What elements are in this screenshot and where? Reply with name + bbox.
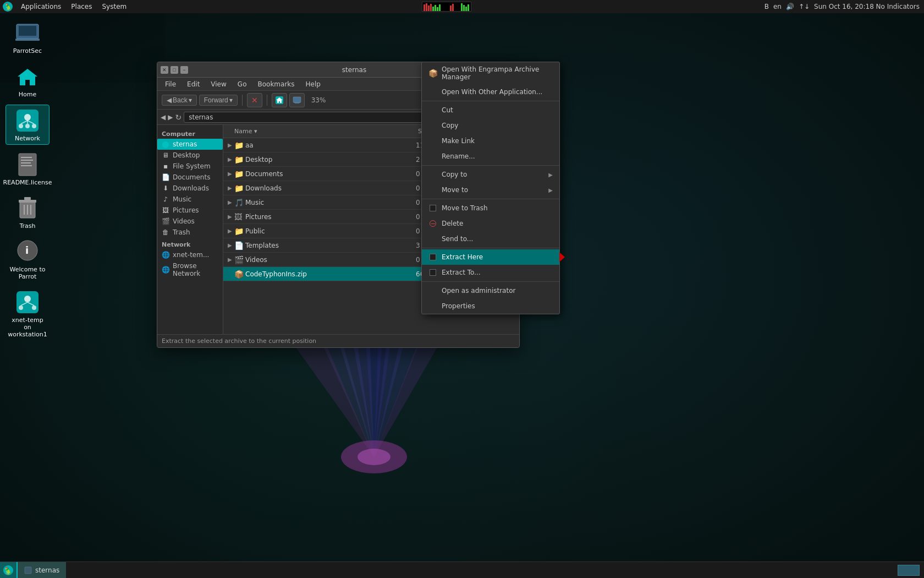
desktop-icon-welcome[interactable]: i Welcome to Parrot (6, 236, 50, 282)
sidebar-item-xnet[interactable]: 🌐 xnet-tem... (157, 249, 223, 260)
system-menu[interactable]: System (97, 0, 131, 13)
row-expand-icon: ▶ (228, 214, 234, 220)
desktop-icon-parrotsec[interactable]: ParrotSec (6, 18, 50, 57)
name-column-header[interactable]: Name ▾ (232, 128, 418, 135)
ctx-extract-to[interactable]: Extract To... (422, 265, 559, 280)
desktop-icon-xnet[interactable]: xnet-temp on workstation1 (6, 287, 50, 340)
fm-menu-go[interactable]: Go (232, 78, 252, 91)
file-name: Documents (245, 170, 416, 178)
svg-rect-39 (450, 6, 452, 11)
sidebar-item-documents[interactable]: 📄 Documents (157, 172, 223, 183)
top-panel: 🦜 Applications Places System (0, 0, 924, 13)
ctx-open-other[interactable]: Open With Other Application... (422, 84, 559, 100)
ctx-rename[interactable]: Rename... (422, 149, 559, 164)
cut-icon (428, 106, 437, 114)
svg-point-52 (25, 124, 30, 128)
ctx-open-archive[interactable]: 📦 Open With Engrampa Archive Manager (422, 62, 559, 84)
sidebar-item-videos[interactable]: 🎬 Videos (157, 216, 223, 227)
fm-back-button[interactable]: ◀ Back ▾ (162, 95, 197, 106)
lang-indicator[interactable]: en (773, 3, 782, 10)
loc-refresh-button[interactable]: ↻ (175, 113, 182, 122)
fm-menu-bookmarks[interactable]: Bookmarks (252, 78, 300, 91)
ctx-copy-to[interactable]: Copy to ▶ (422, 167, 559, 182)
fm-home-button[interactable] (272, 93, 287, 107)
sidebar-item-browse-network[interactable]: 🌐 Browse Network (157, 260, 223, 279)
fm-stop-button[interactable]: ✕ (247, 93, 262, 107)
ctx-move-to[interactable]: Move to ▶ (422, 182, 559, 198)
taskbar-window-sternas[interactable]: sternas (16, 562, 66, 579)
file-name: Pictures (245, 213, 416, 221)
ctx-properties[interactable]: Properties (422, 298, 559, 314)
folder-icon: 📁 (234, 184, 243, 193)
sidebar-item-pictures[interactable]: 🖼 Pictures (157, 205, 223, 216)
fm-close-button[interactable]: ✕ (161, 66, 168, 74)
svg-text:🦜: 🦜 (4, 566, 13, 575)
volume-icon[interactable]: 🔊 (786, 3, 794, 10)
applications-menu[interactable]: Applications (16, 0, 65, 13)
desktop-icon-network[interactable]: Network (6, 105, 50, 145)
parrot-logo-icon[interactable]: 🦜 (2, 1, 13, 12)
trash-label: Trash (19, 222, 35, 230)
taskbar-logo[interactable]: 🦜 (0, 562, 16, 579)
desktop-icon-trash[interactable]: Trash (6, 193, 50, 232)
ctx-copy-label: Copy (442, 122, 553, 129)
copy-to-arrow-icon: ▶ (548, 172, 553, 178)
network-icon[interactable]: ↑↓ (799, 3, 810, 10)
folder-icon: 📁 (234, 141, 243, 150)
fm-menu-help[interactable]: Help (300, 78, 326, 91)
file-name: Public (245, 227, 416, 235)
taskbar: 🦜 sternas (0, 561, 924, 578)
context-menu: 📦 Open With Engrampa Archive Manager Ope… (421, 62, 560, 314)
show-desktop-button[interactable] (898, 565, 920, 576)
delete-circle-icon (430, 220, 436, 227)
svg-rect-58 (21, 157, 32, 158)
fm-maximize-button[interactable]: □ (170, 66, 178, 74)
sidebar-item-desktop[interactable]: 🖥 Desktop (157, 150, 223, 161)
ctx-move-to-label: Move to (442, 186, 544, 194)
folder-icon: 🎵 (234, 198, 243, 207)
fm-minimize-button[interactable]: − (180, 66, 188, 74)
sidebar-item-trash[interactable]: 🗑 Trash (157, 227, 223, 238)
bluetooth-icon[interactable]: B (765, 3, 769, 10)
ctx-cut[interactable]: Cut (422, 102, 559, 118)
loc-next-arrow[interactable]: ▶ (168, 113, 173, 121)
sidebar-item-downloads[interactable]: ⬇ Downloads (157, 183, 223, 194)
fm-computer-button[interactable] (289, 93, 305, 107)
ctx-open-admin[interactable]: Open as administrator (422, 283, 559, 298)
sidebar-item-filesystem[interactable]: ▪ File System (157, 161, 223, 172)
fm-menu-edit[interactable]: Edit (182, 78, 205, 91)
ctx-delete[interactable]: Delete (422, 216, 559, 231)
fm-forward-button[interactable]: Forward ▾ (199, 95, 238, 106)
row-expand-icon: ▶ (228, 142, 234, 148)
ctx-copy[interactable]: Copy (422, 118, 559, 133)
svg-rect-80 (294, 102, 300, 103)
loc-prev-arrow[interactable]: ◀ (161, 113, 166, 121)
desktop-icon-readme[interactable]: README.license (6, 149, 50, 188)
sidebar-item-music[interactable]: ♪ Music (157, 194, 223, 205)
ctx-send-to[interactable]: Send to... (422, 231, 559, 247)
sidebar-item-sternas[interactable]: ⬤ sternas (157, 139, 223, 150)
panel-left: 🦜 Applications Places System (0, 0, 133, 13)
folder-icon: 🎬 (234, 255, 243, 264)
ctx-extract-here[interactable]: Extract Here (422, 249, 559, 265)
svg-rect-59 (21, 160, 33, 161)
desktop-icon-home[interactable]: Home (6, 61, 50, 100)
svg-text:i: i (25, 244, 29, 256)
ctx-make-link[interactable]: Make Link (422, 133, 559, 149)
row-expand-icon: ▶ (228, 228, 234, 234)
places-menu[interactable]: Places (67, 0, 96, 13)
svg-rect-46 (19, 26, 36, 36)
svg-rect-35 (432, 7, 434, 11)
ctx-separator-3 (422, 199, 559, 199)
svg-rect-63 (19, 200, 36, 203)
svg-rect-60 (21, 162, 31, 163)
home-toolbar-icon (275, 96, 284, 105)
stop-icon: ✕ (251, 96, 258, 105)
svg-marker-48 (18, 69, 37, 85)
desktop-icons-container: ParrotSec Home (6, 18, 50, 340)
fm-menu-view[interactable]: View (205, 78, 232, 91)
fm-menu-file[interactable]: File (160, 78, 182, 91)
ctx-move-to-trash[interactable]: Move to Trash (422, 200, 559, 216)
downloads-sidebar-icon: ⬇ (162, 184, 169, 192)
computer-toolbar-icon (293, 96, 301, 105)
